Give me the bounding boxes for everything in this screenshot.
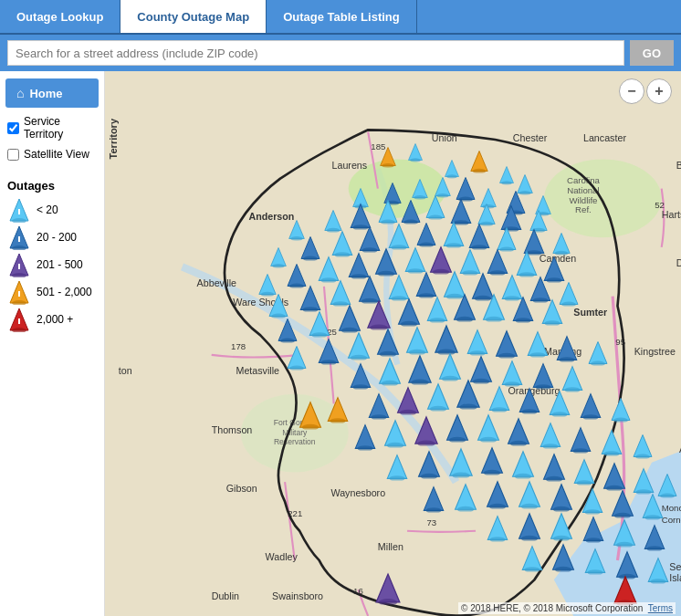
terms-link[interactable]: Terms xyxy=(648,603,673,613)
service-territory-checkbox[interactable]: Service Territory xyxy=(0,111,104,144)
map-cone[interactable] xyxy=(541,453,567,485)
search-input[interactable] xyxy=(7,40,624,66)
map-cone[interactable] xyxy=(396,298,422,329)
map-cone[interactable] xyxy=(600,429,623,459)
map-cone[interactable] xyxy=(486,515,509,545)
svg-marker-170 xyxy=(330,281,350,305)
map-cone[interactable] xyxy=(646,557,670,587)
map-cone-orange2[interactable] xyxy=(326,396,350,426)
map-cone[interactable] xyxy=(540,298,564,329)
map-area[interactable]: Carolina National Wildlife Ref. Fort Gor… xyxy=(105,71,681,616)
map-cone[interactable] xyxy=(286,345,308,373)
map-cone[interactable] xyxy=(511,296,535,326)
map-cone[interactable] xyxy=(643,524,666,554)
map-cone[interactable] xyxy=(385,454,409,484)
svg-marker-326 xyxy=(583,517,602,541)
zoom-in-button[interactable]: + xyxy=(646,78,672,104)
map-cone[interactable] xyxy=(551,232,571,258)
legend-icon-20-200 xyxy=(7,225,31,249)
tab-county-outage-map[interactable]: County Outage Map xyxy=(120,0,267,33)
map-cone[interactable] xyxy=(416,450,442,482)
map-cone[interactable] xyxy=(526,330,550,360)
map-cone[interactable] xyxy=(569,426,592,456)
map-cone[interactable] xyxy=(407,142,424,165)
map-cone[interactable] xyxy=(494,329,519,361)
map-cone[interactable] xyxy=(382,419,408,451)
zoom-out-button[interactable]: − xyxy=(619,78,644,104)
map-cone[interactable] xyxy=(583,548,607,578)
map-cone[interactable] xyxy=(550,543,576,575)
map-cone[interactable] xyxy=(269,246,288,271)
map-cone[interactable] xyxy=(520,545,544,575)
map-cone[interactable] xyxy=(510,450,536,482)
map-cone[interactable] xyxy=(506,417,531,449)
map-cone[interactable] xyxy=(413,415,440,449)
legend-icon-201-500 xyxy=(7,253,31,277)
svg-marker-304 xyxy=(424,487,443,511)
map-cone[interactable] xyxy=(476,413,501,445)
svg-marker-204 xyxy=(513,298,532,321)
map-cone[interactable] xyxy=(308,310,331,340)
map-cone[interactable] xyxy=(518,387,541,417)
legend-item-2000plus: 2,000 + xyxy=(7,308,97,331)
map-cone[interactable] xyxy=(404,326,430,358)
map-cone[interactable] xyxy=(632,433,654,462)
map-cone[interactable] xyxy=(353,423,377,454)
map-cone[interactable] xyxy=(612,518,637,550)
map-cone[interactable] xyxy=(517,512,542,544)
map-cone[interactable] xyxy=(277,318,299,346)
map-cone[interactable] xyxy=(579,392,602,423)
tab-outage-lookup[interactable]: Outage Lookup xyxy=(0,0,120,33)
service-territory-input[interactable] xyxy=(7,122,19,134)
map-cone-orange[interactable] xyxy=(298,401,323,433)
map-cone[interactable] xyxy=(455,379,482,412)
svg-marker-266 xyxy=(385,421,406,445)
map-cone[interactable] xyxy=(555,335,579,365)
map-cone[interactable] xyxy=(487,385,511,415)
map-cone[interactable] xyxy=(349,362,372,392)
svg-marker-106 xyxy=(351,204,370,228)
map-cone[interactable] xyxy=(581,487,604,517)
map-cone[interactable] xyxy=(379,146,397,171)
map-cone[interactable] xyxy=(469,150,489,176)
home-button[interactable]: ⌂ Home xyxy=(5,78,99,108)
map-cone[interactable] xyxy=(549,512,574,544)
map-cone[interactable] xyxy=(610,489,635,521)
map-cone[interactable] xyxy=(517,480,542,512)
svg-text:Metasville: Metasville xyxy=(236,365,279,376)
go-button[interactable]: GO xyxy=(630,40,674,66)
map-cone[interactable] xyxy=(479,446,505,478)
map-cone[interactable] xyxy=(422,485,445,516)
map-cone[interactable] xyxy=(453,483,478,515)
map-cone[interactable] xyxy=(445,413,470,445)
map-cone[interactable] xyxy=(498,165,515,188)
map-cone[interactable] xyxy=(317,338,340,368)
svg-text:Wildlife: Wildlife xyxy=(569,195,597,205)
svg-marker-290 xyxy=(482,448,503,473)
map-cone[interactable] xyxy=(346,331,372,363)
map-cone[interactable] xyxy=(485,480,510,512)
satellite-view-input[interactable] xyxy=(7,149,19,161)
map-cone[interactable] xyxy=(641,493,665,523)
map-cone[interactable] xyxy=(572,458,596,488)
map-cone[interactable] xyxy=(375,328,401,360)
map-cone[interactable] xyxy=(452,293,477,325)
map-cone[interactable] xyxy=(539,422,562,452)
satellite-view-checkbox[interactable]: Satellite View xyxy=(0,144,104,164)
map-cone[interactable] xyxy=(425,382,451,414)
tab-outage-table-listing[interactable]: Outage Table Listing xyxy=(267,0,417,33)
map-cone[interactable] xyxy=(610,397,632,425)
map-cone[interactable] xyxy=(481,293,507,325)
map-cone[interactable] xyxy=(549,483,574,515)
map-cone[interactable] xyxy=(581,516,605,546)
map-cone[interactable] xyxy=(377,357,403,389)
map-cone[interactable] xyxy=(425,296,449,326)
map-attribution: © 2018 HERE, © 2018 Microsoft Corporatio… xyxy=(458,602,676,614)
map-cone-purple[interactable] xyxy=(373,572,403,608)
svg-marker-162 xyxy=(517,252,536,276)
map-cone[interactable] xyxy=(395,386,421,418)
map-cone[interactable] xyxy=(548,390,571,420)
map-cone[interactable] xyxy=(447,447,475,481)
map-cone[interactable] xyxy=(587,340,609,369)
map-cone[interactable] xyxy=(424,194,446,223)
